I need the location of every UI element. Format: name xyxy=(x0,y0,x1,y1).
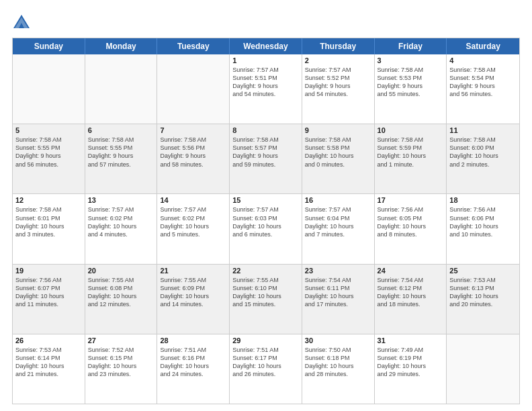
cell-day-number: 5 xyxy=(15,126,82,134)
calendar-cell-3-5: 24Sunrise: 7:54 AM Sunset: 6:12 PM Dayli… xyxy=(375,265,447,334)
cell-day-number: 27 xyxy=(88,336,154,345)
weekday-header-thursday: Thursday xyxy=(302,38,375,54)
cell-info-text: Sunrise: 7:55 AM Sunset: 6:09 PM Dayligh… xyxy=(160,276,226,309)
cell-day-number: 7 xyxy=(160,126,226,134)
calendar-cell-0-2 xyxy=(157,54,230,124)
cell-day-number: 20 xyxy=(88,267,154,275)
calendar: SundayMondayTuesdayWednesdayThursdayFrid… xyxy=(12,38,520,404)
cell-day-number: 14 xyxy=(160,196,226,204)
calendar-cell-3-2: 21Sunrise: 7:55 AM Sunset: 6:09 PM Dayli… xyxy=(157,265,230,334)
calendar-cell-0-4: 2Sunrise: 7:57 AM Sunset: 5:52 PM Daylig… xyxy=(302,54,375,124)
calendar-cell-4-5: 31Sunrise: 7:49 AM Sunset: 6:19 PM Dayli… xyxy=(375,334,447,404)
weekday-header-wednesday: Wednesday xyxy=(230,38,302,54)
cell-day-number: 11 xyxy=(449,126,517,134)
cell-info-text: Sunrise: 7:53 AM Sunset: 6:14 PM Dayligh… xyxy=(15,346,82,379)
cell-day-number: 23 xyxy=(305,267,371,275)
cell-info-text: Sunrise: 7:53 AM Sunset: 6:13 PM Dayligh… xyxy=(449,276,517,309)
calendar-cell-3-4: 23Sunrise: 7:54 AM Sunset: 6:11 PM Dayli… xyxy=(302,265,375,334)
cell-day-number: 24 xyxy=(378,267,444,275)
calendar-cell-1-6: 11Sunrise: 7:58 AM Sunset: 6:00 PM Dayli… xyxy=(447,124,519,193)
calendar-cell-2-3: 15Sunrise: 7:57 AM Sunset: 6:03 PM Dayli… xyxy=(230,194,302,263)
calendar-cell-0-3: 1Sunrise: 7:57 AM Sunset: 5:51 PM Daylig… xyxy=(230,54,302,124)
calendar-cell-1-0: 5Sunrise: 7:58 AM Sunset: 5:55 PM Daylig… xyxy=(13,124,85,193)
cell-info-text: Sunrise: 7:50 AM Sunset: 6:18 PM Dayligh… xyxy=(305,346,371,379)
page: SundayMondayTuesdayWednesdayThursdayFrid… xyxy=(0,0,532,411)
calendar-row-3: 19Sunrise: 7:56 AM Sunset: 6:07 PM Dayli… xyxy=(13,265,519,334)
cell-info-text: Sunrise: 7:58 AM Sunset: 5:56 PM Dayligh… xyxy=(160,136,226,169)
cell-day-number: 10 xyxy=(378,126,444,134)
cell-info-text: Sunrise: 7:51 AM Sunset: 6:17 PM Dayligh… xyxy=(232,346,299,379)
calendar-cell-3-0: 19Sunrise: 7:56 AM Sunset: 6:07 PM Dayli… xyxy=(13,265,85,334)
calendar-row-2: 12Sunrise: 7:58 AM Sunset: 6:01 PM Dayli… xyxy=(13,194,519,264)
cell-info-text: Sunrise: 7:58 AM Sunset: 5:53 PM Dayligh… xyxy=(378,66,444,99)
calendar-cell-4-3: 29Sunrise: 7:51 AM Sunset: 6:17 PM Dayli… xyxy=(230,334,302,404)
cell-day-number: 30 xyxy=(305,336,371,345)
weekday-header-monday: Monday xyxy=(85,38,158,54)
cell-day-number: 31 xyxy=(378,336,444,345)
cell-day-number: 26 xyxy=(15,336,82,345)
cell-day-number: 9 xyxy=(305,126,371,134)
cell-info-text: Sunrise: 7:58 AM Sunset: 5:54 PM Dayligh… xyxy=(449,66,517,99)
calendar-row-0: 1Sunrise: 7:57 AM Sunset: 5:51 PM Daylig… xyxy=(13,54,519,124)
cell-day-number: 4 xyxy=(449,56,517,64)
calendar-body: 1Sunrise: 7:57 AM Sunset: 5:51 PM Daylig… xyxy=(13,54,519,404)
calendar-cell-4-1: 27Sunrise: 7:52 AM Sunset: 6:15 PM Dayli… xyxy=(85,334,158,404)
cell-day-number: 8 xyxy=(232,126,299,134)
cell-info-text: Sunrise: 7:57 AM Sunset: 6:02 PM Dayligh… xyxy=(160,205,226,238)
cell-info-text: Sunrise: 7:58 AM Sunset: 5:58 PM Dayligh… xyxy=(305,136,371,169)
calendar-cell-3-1: 20Sunrise: 7:55 AM Sunset: 6:08 PM Dayli… xyxy=(85,265,158,334)
cell-info-text: Sunrise: 7:52 AM Sunset: 6:15 PM Dayligh… xyxy=(88,346,154,379)
cell-info-text: Sunrise: 7:51 AM Sunset: 6:16 PM Dayligh… xyxy=(160,346,226,379)
calendar-cell-1-2: 7Sunrise: 7:58 AM Sunset: 5:56 PM Daylig… xyxy=(157,124,230,193)
calendar-cell-0-1 xyxy=(85,54,158,124)
weekday-header-tuesday: Tuesday xyxy=(157,38,230,54)
cell-info-text: Sunrise: 7:55 AM Sunset: 6:08 PM Dayligh… xyxy=(88,276,154,309)
cell-day-number: 22 xyxy=(232,267,299,275)
calendar-row-4: 26Sunrise: 7:53 AM Sunset: 6:14 PM Dayli… xyxy=(13,334,519,404)
cell-info-text: Sunrise: 7:54 AM Sunset: 6:12 PM Dayligh… xyxy=(378,276,444,309)
calendar-cell-2-4: 16Sunrise: 7:57 AM Sunset: 6:04 PM Dayli… xyxy=(302,194,375,263)
cell-day-number: 12 xyxy=(15,196,82,204)
cell-day-number: 3 xyxy=(378,56,444,64)
weekday-header-friday: Friday xyxy=(375,38,447,54)
cell-info-text: Sunrise: 7:58 AM Sunset: 5:59 PM Dayligh… xyxy=(378,136,444,169)
calendar-cell-3-3: 22Sunrise: 7:55 AM Sunset: 6:10 PM Dayli… xyxy=(230,265,302,334)
calendar-cell-4-0: 26Sunrise: 7:53 AM Sunset: 6:14 PM Dayli… xyxy=(13,334,85,404)
weekday-header-sunday: Sunday xyxy=(13,38,85,54)
cell-info-text: Sunrise: 7:58 AM Sunset: 6:00 PM Dayligh… xyxy=(449,136,517,169)
cell-day-number: 29 xyxy=(232,336,299,345)
cell-day-number: 17 xyxy=(378,196,444,204)
calendar-cell-0-5: 3Sunrise: 7:58 AM Sunset: 5:53 PM Daylig… xyxy=(375,54,447,124)
calendar-cell-2-0: 12Sunrise: 7:58 AM Sunset: 6:01 PM Dayli… xyxy=(13,194,85,263)
calendar-cell-0-6: 4Sunrise: 7:58 AM Sunset: 5:54 PM Daylig… xyxy=(447,54,519,124)
cell-day-number: 1 xyxy=(232,56,299,64)
calendar-cell-4-2: 28Sunrise: 7:51 AM Sunset: 6:16 PM Dayli… xyxy=(157,334,230,404)
calendar-cell-2-1: 13Sunrise: 7:57 AM Sunset: 6:02 PM Dayli… xyxy=(85,194,158,263)
cell-info-text: Sunrise: 7:56 AM Sunset: 6:06 PM Dayligh… xyxy=(449,205,517,238)
cell-info-text: Sunrise: 7:57 AM Sunset: 6:04 PM Dayligh… xyxy=(305,205,371,238)
calendar-cell-2-6: 18Sunrise: 7:56 AM Sunset: 6:06 PM Dayli… xyxy=(447,194,519,263)
cell-info-text: Sunrise: 7:58 AM Sunset: 5:55 PM Dayligh… xyxy=(15,136,82,169)
logo xyxy=(12,12,34,32)
calendar-cell-3-6: 25Sunrise: 7:53 AM Sunset: 6:13 PM Dayli… xyxy=(447,265,519,334)
cell-info-text: Sunrise: 7:58 AM Sunset: 5:55 PM Dayligh… xyxy=(88,136,154,169)
cell-day-number: 21 xyxy=(160,267,226,275)
cell-info-text: Sunrise: 7:56 AM Sunset: 6:07 PM Dayligh… xyxy=(15,276,82,309)
cell-day-number: 18 xyxy=(449,196,517,204)
calendar-header: SundayMondayTuesdayWednesdayThursdayFrid… xyxy=(13,38,519,54)
cell-day-number: 6 xyxy=(88,126,154,134)
cell-info-text: Sunrise: 7:58 AM Sunset: 5:57 PM Dayligh… xyxy=(232,136,299,169)
cell-day-number: 16 xyxy=(305,196,371,204)
weekday-header-saturday: Saturday xyxy=(447,38,519,54)
cell-day-number: 13 xyxy=(88,196,154,204)
calendar-cell-1-4: 9Sunrise: 7:58 AM Sunset: 5:58 PM Daylig… xyxy=(302,124,375,193)
header xyxy=(12,12,520,32)
calendar-cell-1-3: 8Sunrise: 7:58 AM Sunset: 5:57 PM Daylig… xyxy=(230,124,302,193)
logo-icon xyxy=(12,13,31,32)
cell-info-text: Sunrise: 7:55 AM Sunset: 6:10 PM Dayligh… xyxy=(232,276,299,309)
cell-day-number: 2 xyxy=(305,56,371,64)
cell-info-text: Sunrise: 7:58 AM Sunset: 6:01 PM Dayligh… xyxy=(15,205,82,238)
calendar-cell-1-5: 10Sunrise: 7:58 AM Sunset: 5:59 PM Dayli… xyxy=(375,124,447,193)
calendar-cell-2-2: 14Sunrise: 7:57 AM Sunset: 6:02 PM Dayli… xyxy=(157,194,230,263)
calendar-row-1: 5Sunrise: 7:58 AM Sunset: 5:55 PM Daylig… xyxy=(13,124,519,194)
